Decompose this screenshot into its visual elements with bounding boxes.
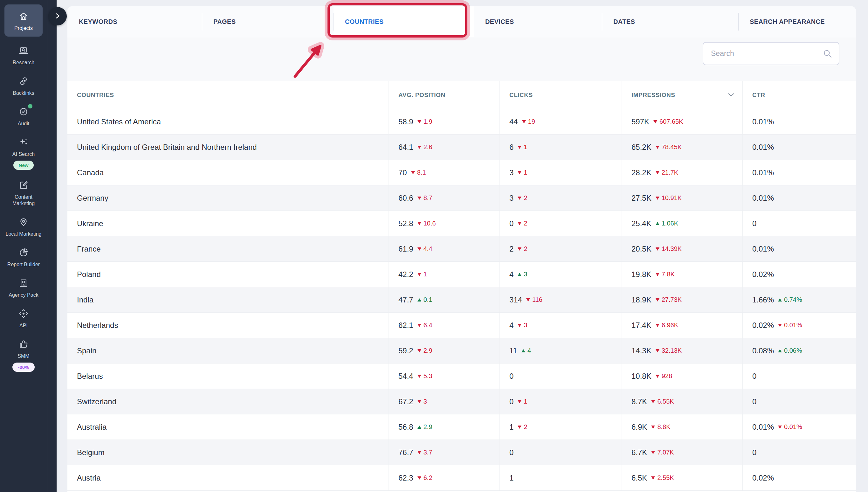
table-row-united-states-of-america[interactable]: United States of America58.91.94419597K6… [68, 109, 856, 134]
metric-value: 18.9K [632, 295, 652, 304]
clicks-cell: 0 [500, 440, 621, 465]
sidebar-item-label: Local Marketing [6, 231, 42, 237]
arrow-down-icon [417, 451, 421, 454]
column-header-label: AVG. POSITION [399, 92, 445, 99]
sidebar-item-research[interactable]: Research [0, 40, 47, 70]
sidebar-item-projects[interactable]: Projects [4, 4, 43, 36]
metric-value: 1.66% [752, 295, 774, 304]
clicks-cell: 43 [500, 313, 621, 338]
table-row-australia[interactable]: Australia56.82.9126.9K8.8K0.01%0.01% [68, 414, 856, 440]
arrow-down-icon [656, 298, 659, 301]
arrow-up-icon [778, 349, 782, 352]
metric-delta-value: 928 [662, 372, 672, 380]
metric-delta-value: 2 [524, 194, 527, 202]
table-row-austria[interactable]: Austria62.36.216.5K2.55K0.02% [68, 465, 856, 491]
tab-label: COUNTRIES [345, 18, 383, 25]
table-row-ukraine[interactable]: Ukraine52.810.60225.4K1.06K0 [68, 211, 856, 236]
research-icon [18, 45, 30, 57]
tab-dates[interactable]: DATES [602, 6, 738, 37]
toolbar [68, 37, 856, 81]
country-name: Belgium [77, 448, 105, 457]
metric-value: 27.5K [632, 194, 652, 203]
table-row-india[interactable]: India47.70.131411618.9K27.73K1.66%0.74% [68, 287, 856, 313]
metric-delta-value: 7.07K [657, 449, 674, 456]
column-header-impressions[interactable]: IMPRESSIONS [621, 81, 742, 109]
metric-delta-up: 0.74% [778, 296, 802, 303]
ctr-cell: 0.01% [742, 160, 856, 185]
arrow-up-icon [417, 298, 421, 301]
table-row-france[interactable]: France61.94.42220.5K14.39K0.01% [68, 236, 856, 262]
country-cell: Belarus [68, 364, 388, 389]
sidebar-item-smm[interactable]: SMM-20% [0, 333, 47, 376]
tab-keywords[interactable]: KEYWORDS [68, 6, 202, 37]
sidebar-item-local-marketing[interactable]: Local Marketing [0, 211, 47, 242]
table-row-canada[interactable]: Canada708.13128.2K21.7K0.01% [68, 160, 856, 186]
tab-pages[interactable]: PAGES [202, 6, 334, 37]
impressions-cell: 17.4K6.96K [621, 313, 742, 338]
metric-value: 20.5K [632, 245, 652, 253]
tab-devices[interactable]: DEVICES [474, 6, 602, 37]
metric-delta-value: 2.55K [657, 474, 674, 482]
table-row-belarus[interactable]: Belarus54.45.3010.8K9280 [68, 364, 856, 389]
metric-value: 60.6 [399, 194, 413, 203]
sort-chevron-down-icon[interactable] [728, 93, 734, 97]
impressions-cell: 19.8K7.8K [621, 262, 742, 287]
sidebar-expand-button[interactable] [48, 7, 67, 25]
metric-delta-value: 10.91K [662, 194, 682, 202]
sidebar-item-label: Backlinks [13, 90, 34, 96]
metric-value: 64.1 [399, 143, 413, 152]
metric-value: 597K [632, 117, 649, 126]
impressions-cell: 14.3K32.13K [621, 338, 742, 363]
sidebar-item-api[interactable]: API [0, 303, 47, 333]
column-header-ctr[interactable]: CTR [742, 81, 856, 109]
metric-delta-up: 4 [521, 347, 531, 354]
country-cell: Austria [68, 465, 388, 490]
metric-value: 1 [509, 473, 513, 483]
search-input[interactable] [711, 49, 823, 58]
table-row-switzerland[interactable]: Switzerland67.23018.7K6.55K0 [68, 389, 856, 414]
metric-value: 0 [752, 219, 757, 228]
tab-countries[interactable]: COUNTRIES [334, 6, 474, 37]
column-header-countries[interactable]: COUNTRIES [68, 81, 388, 109]
arrow-up-icon [778, 298, 782, 301]
arrow-down-icon [411, 171, 415, 174]
table-row-germany[interactable]: Germany60.68.73227.5K10.91K0.01% [68, 186, 856, 211]
arrow-down-icon [654, 120, 657, 123]
content-panel: KEYWORDSPAGESCOUNTRIESDEVICESDATESSEARCH… [68, 6, 856, 492]
metric-delta-value: 3 [424, 398, 427, 405]
country-name: Canada [77, 168, 104, 177]
column-header-avg-position[interactable]: AVG. POSITION [388, 81, 500, 109]
table-row-spain[interactable]: Spain59.22.911414.3K32.13K0.08%0.06% [68, 338, 856, 364]
sidebar-item-ai-search[interactable]: AI SearchNew [0, 131, 47, 174]
metric-delta-down: 928 [656, 372, 672, 380]
tab-bar: KEYWORDSPAGESCOUNTRIESDEVICESDATESSEARCH… [68, 6, 856, 37]
table-row-netherlands[interactable]: Netherlands62.16.44317.4K6.96K0.02%0.01% [68, 313, 856, 338]
tab-search-appearance[interactable]: SEARCH APPEARANCE [738, 6, 856, 37]
metric-value: 6.7K [632, 448, 647, 457]
table-header: COUNTRIESAVG. POSITIONCLICKSIMPRESSIONSC… [68, 81, 856, 109]
arrow-up-icon [417, 425, 421, 429]
table-row-united-kingdom-of-great-britain-and-northern-ireland[interactable]: United Kingdom of Great Britain and Nort… [68, 134, 856, 160]
metric-value: 67.2 [399, 397, 413, 406]
metric-value: 76.7 [399, 448, 413, 457]
arrow-down-icon [656, 146, 659, 149]
table-row-belgium[interactable]: Belgium76.73.706.7K7.07K0 [68, 440, 856, 465]
impressions-cell: 6.7K7.07K [621, 440, 742, 465]
sidebar-item-backlinks[interactable]: Backlinks [0, 70, 47, 101]
sidebar-item-agency-pack[interactable]: Agency Pack [0, 272, 47, 303]
country-name: Germany [77, 194, 108, 203]
sidebar-item-content-marketing[interactable]: Content Marketing [0, 174, 47, 211]
arrow-down-icon [518, 247, 521, 251]
sidebar-item-report-builder[interactable]: Report Builder [0, 242, 47, 272]
column-header-clicks[interactable]: CLICKS [500, 81, 621, 109]
arrow-down-icon [651, 425, 655, 429]
metric-value: 10.8K [632, 372, 652, 381]
table-row-poland[interactable]: Poland42.214319.8K7.8K0.02% [68, 262, 856, 287]
country-name: United States of America [77, 117, 161, 126]
metric-delta-down: 6.55K [651, 398, 674, 405]
metric-value: 59.2 [399, 346, 413, 355]
sidebar-item-label: SMM [18, 353, 29, 360]
metric-value: 54.4 [399, 372, 413, 381]
metric-value: 0 [509, 448, 513, 457]
sidebar-item-audit[interactable]: Audit [0, 101, 47, 131]
